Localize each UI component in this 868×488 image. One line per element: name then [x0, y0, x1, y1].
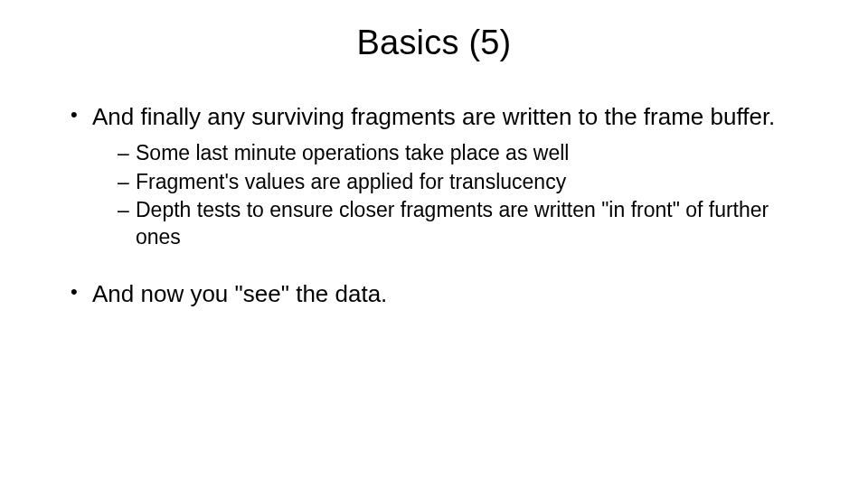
sub-bullet-list: Some last minute operations take place a…: [92, 140, 814, 250]
bullet-text: And finally any surviving fragments are …: [92, 103, 775, 130]
bullet-list: And finally any surviving fragments are …: [54, 102, 814, 308]
slide-title: Basics (5): [54, 23, 814, 62]
bullet-item: And now you "see" the data.: [71, 279, 814, 308]
bullet-text: And now you "see" the data.: [92, 280, 387, 307]
bullet-item: And finally any surviving fragments are …: [71, 102, 814, 250]
sub-bullet-item: Depth tests to ensure closer fragments a…: [118, 197, 814, 250]
sub-bullet-item: Some last minute operations take place a…: [118, 140, 814, 166]
slide: Basics (5) And finally any surviving fra…: [0, 0, 868, 488]
sub-bullet-item: Fragment's values are applied for transl…: [118, 169, 814, 195]
